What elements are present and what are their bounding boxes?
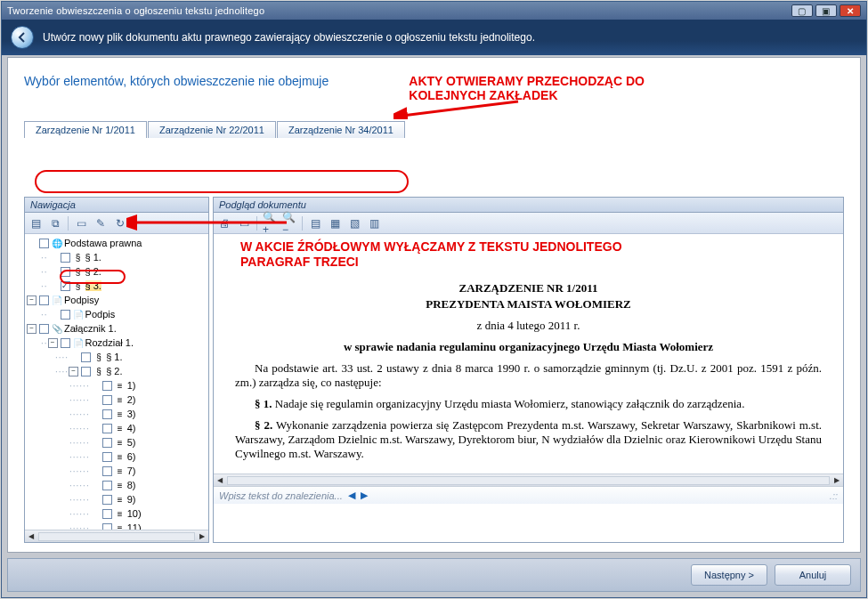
tree-label: Rozdział 1.: [85, 337, 134, 348]
next-button[interactable]: Następny >: [691, 564, 767, 586]
tree-row[interactable]: ······≡7): [27, 464, 208, 478]
tree-row[interactable]: ··📄Podpis: [27, 307, 208, 321]
tree-row[interactable]: 🌐Podstawa prawna: [27, 236, 208, 250]
tree-row[interactable]: ····§§ 1.: [27, 350, 208, 364]
window-buttons: ▢ ▣ ✕: [791, 4, 861, 17]
layout2-icon[interactable]: ▦: [328, 216, 342, 231]
tree-label: 9): [127, 494, 136, 505]
tree-expander-icon[interactable]: −: [27, 324, 37, 334]
layout1-icon[interactable]: ▤: [308, 216, 322, 231]
tree-expander-icon[interactable]: −: [27, 295, 37, 305]
scroll-right-icon[interactable]: ▶: [831, 474, 843, 487]
tree-row[interactable]: ··−📄Rozdział 1.: [27, 336, 208, 350]
tree-row[interactable]: ······≡5): [27, 435, 208, 449]
find-next-icon[interactable]: ▶: [361, 490, 368, 501]
tree-checkbox[interactable]: [102, 481, 112, 490]
tab-act-3[interactable]: Zarządzenie Nr 34/2011: [277, 121, 405, 138]
wizard-subtitle: Utwórz nowy plik dokumentu aktu prawnego…: [43, 31, 535, 44]
tree-row[interactable]: ······≡8): [27, 478, 208, 492]
find-placeholder[interactable]: Wpisz tekst do znalezienia...: [219, 490, 343, 501]
tree-row[interactable]: ······≡3): [27, 407, 208, 421]
find-prev-icon[interactable]: ◀: [348, 490, 355, 501]
tree-checkbox[interactable]: [102, 424, 112, 433]
tree-row[interactable]: ··✓§§ 3.: [27, 279, 208, 293]
cancel-button[interactable]: Anuluj: [775, 564, 851, 586]
doc-h-scrollbar[interactable]: ◀ ▶: [214, 474, 843, 486]
doc-basis: Na podstawie art. 33 ust. 2 ustawy z dni…: [235, 361, 822, 390]
tree-row[interactable]: ······≡10): [27, 506, 208, 521]
maximize-button[interactable]: ▣: [815, 4, 837, 17]
layout4-icon[interactable]: ▥: [367, 216, 381, 231]
tree-node-icon: ≡: [115, 466, 126, 476]
page-icon[interactable]: ▭: [237, 216, 251, 231]
window-title: Tworzenie obwieszczenia o ogłoszeniu tek…: [7, 5, 264, 16]
tab-act-2[interactable]: Zarządzenie Nr 22/2011: [148, 121, 276, 138]
document-preview[interactable]: ZARZĄDZENIE NR 1/2011 PREZYDENTA MAISTA …: [214, 271, 843, 474]
copy-icon[interactable]: ⧉: [48, 216, 62, 231]
tree-checkbox[interactable]: [102, 438, 112, 448]
doc-title-line1: ZARZĄDZENIE NR 1/2011: [235, 281, 822, 295]
tree-row[interactable]: −📎Załącznik 1.: [27, 321, 208, 336]
tab-act-1[interactable]: Zarządzenie Nr 1/2011: [24, 121, 147, 138]
act-tabs: Zarządzenie Nr 1/2011Zarządzenie Nr 22/2…: [24, 117, 844, 138]
tree-expander-icon[interactable]: −: [48, 338, 58, 348]
tree-row[interactable]: ····−§§ 2.: [27, 364, 208, 378]
tree-label: 10): [127, 508, 142, 519]
tree-checkbox[interactable]: [102, 452, 112, 462]
nav-tree-wrap[interactable]: 🌐Podstawa prawna··§§ 1.··§§ 2.··✓§§ 3.−📄…: [25, 234, 208, 530]
tree-label: 4): [127, 423, 136, 433]
tree-checkbox[interactable]: [102, 381, 112, 391]
tree-checkbox[interactable]: [61, 338, 70, 348]
tree-row[interactable]: ······≡11): [27, 521, 208, 530]
tree-checkbox[interactable]: [39, 295, 49, 305]
tree-checkbox[interactable]: [61, 267, 70, 277]
titlebar: Tworzenie obwieszczenia o ogłoszeniu tek…: [2, 2, 866, 20]
scroll-left-icon[interactable]: ◀: [25, 530, 37, 543]
edit-icon[interactable]: ✎: [93, 216, 108, 231]
tree-checkbox[interactable]: ✓: [61, 281, 70, 291]
scroll-right-icon[interactable]: ▶: [196, 530, 208, 543]
close-button[interactable]: ✕: [840, 4, 861, 17]
tree-node-icon: ≡: [115, 452, 126, 462]
refresh-icon[interactable]: ↻: [113, 216, 127, 231]
back-circle-icon[interactable]: [11, 26, 34, 49]
tree-checkbox[interactable]: [39, 324, 49, 334]
tree-checkbox[interactable]: [102, 466, 112, 476]
content-area: Wybór elementów, których obwieszczenie n…: [7, 57, 861, 553]
tree-row[interactable]: ······≡6): [27, 449, 208, 464]
tree-row[interactable]: ··§§ 1.: [27, 250, 208, 264]
tree-row[interactable]: ··§§ 2.: [27, 264, 208, 279]
tree-checkbox[interactable]: [81, 367, 91, 376]
minimize-button[interactable]: ▢: [791, 4, 813, 17]
print-icon[interactable]: 🖨: [217, 216, 231, 231]
tree-row[interactable]: ······≡2): [27, 393, 208, 407]
page-layout-icon[interactable]: ▤: [28, 216, 43, 231]
tree-node-icon: 🌐: [52, 239, 62, 248]
tree-checkbox[interactable]: [102, 395, 112, 405]
tree-node-icon: 📄: [73, 310, 84, 320]
tree-checkbox[interactable]: [81, 352, 91, 362]
zoom-in-icon[interactable]: 🔍+: [263, 216, 277, 231]
tree-row[interactable]: −📄Podpisy: [27, 293, 208, 307]
tree-checkbox[interactable]: [61, 310, 70, 320]
tree-checkbox[interactable]: [102, 495, 112, 505]
tree-label: Podstawa prawna: [64, 238, 142, 248]
tree-checkbox[interactable]: [102, 409, 112, 419]
nav-h-scrollbar[interactable]: ◀ ▶: [25, 530, 208, 542]
tree-checkbox[interactable]: [61, 253, 70, 263]
tree-expander-icon[interactable]: −: [69, 367, 78, 376]
tree-checkbox[interactable]: [102, 523, 112, 530]
tree-label: § 1.: [106, 352, 122, 362]
tree-row[interactable]: ······≡1): [27, 378, 208, 393]
tree-node-icon: ≡: [115, 523, 126, 530]
layout3-icon[interactable]: ▧: [347, 216, 361, 231]
scroll-left-icon[interactable]: ◀: [214, 474, 226, 487]
tree-checkbox[interactable]: [102, 509, 112, 519]
tree-node-icon: 📄: [52, 295, 62, 305]
zoom-out-icon[interactable]: 🔍−: [282, 216, 296, 231]
page-icon[interactable]: ▭: [74, 216, 88, 231]
tree-row[interactable]: ······≡9): [27, 492, 208, 506]
tree-row[interactable]: ······≡4): [27, 421, 208, 435]
doc-p2: § 2. Wykonanie zarządzenia powierza się …: [235, 418, 822, 461]
tree-checkbox[interactable]: [39, 239, 49, 248]
